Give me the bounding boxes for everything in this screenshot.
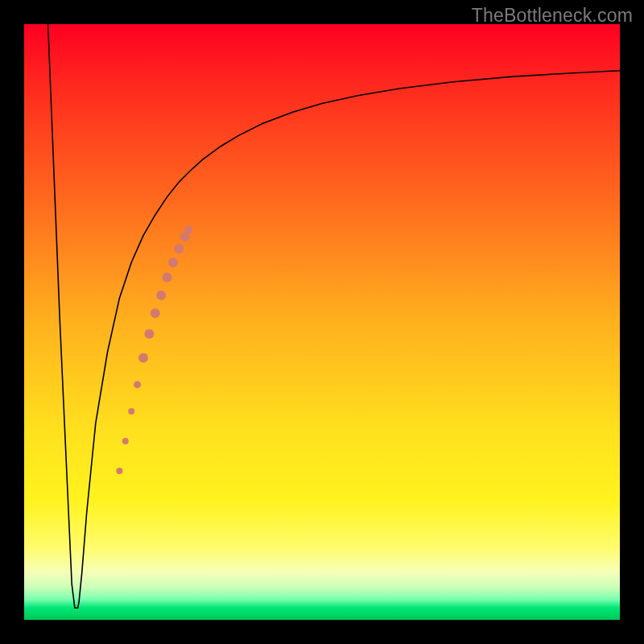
highlight-dot (144, 329, 154, 339)
highlight-dot (163, 273, 172, 283)
highlight-dot (184, 225, 192, 233)
highlight-dot (116, 468, 122, 474)
bottleneck-curve (48, 24, 620, 608)
chart-frame: TheBottleneck.com (0, 0, 644, 644)
highlight-dot (134, 381, 141, 388)
highlight-dot (138, 353, 148, 362)
highlight-markers (116, 225, 192, 474)
highlight-dot (122, 438, 129, 444)
highlight-dot (156, 291, 166, 300)
watermark-text: TheBottleneck.com (472, 5, 633, 27)
highlight-dot (128, 408, 134, 415)
highlight-dot (168, 258, 178, 267)
highlight-dot (151, 308, 160, 318)
plot-area (24, 24, 620, 620)
curve-layer (24, 24, 620, 620)
highlight-dot (174, 244, 184, 254)
